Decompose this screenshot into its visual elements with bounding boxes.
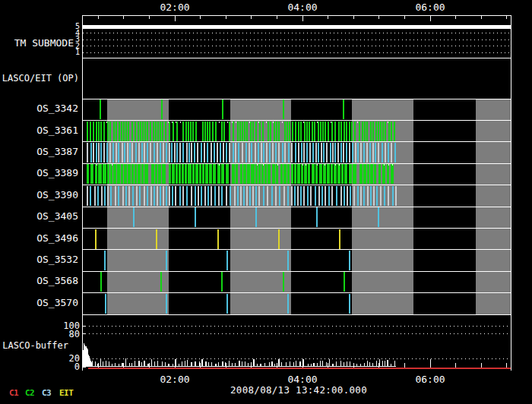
x-minor-tick [481,363,482,368]
os-event-tick [283,272,284,292]
os-event-tick [244,122,245,141]
os-event-tick [103,122,105,141]
os-event-tick [127,143,128,163]
os-event-tick [166,294,167,314]
os-event-tick [237,122,239,141]
os-event-tick [359,164,363,184]
os-event-tick [113,122,115,141]
os-event-tick [263,143,264,163]
buffer-spike [296,361,296,367]
os-event-tick [344,122,345,141]
os-event-tick [188,143,190,163]
os-event-tick [153,122,154,141]
buffer-spike [278,359,279,367]
os-event-tick [150,122,151,141]
os-event-tick [394,122,395,141]
buffer-spike [147,364,148,367]
x-minor-tick [455,15,456,19]
x-axis-label-bottom: 02:00 [158,374,192,385]
os-event-tick [173,122,174,141]
os-event-tick [251,164,255,184]
os-event-tick [169,143,170,163]
os-event-tick [98,122,100,141]
os-event-tick [323,143,325,163]
os-event-tick [307,186,309,206]
os-event-tick [367,164,369,184]
x-minor-tick [200,15,201,19]
x-major-tick [175,15,176,21]
os-event-tick [233,122,234,141]
os-event-tick [214,143,215,163]
buffer-spike [232,363,233,367]
os-event-tick [346,143,347,163]
buffer-sample [83,350,84,367]
os-event-tick [385,122,386,141]
buffer-spike [340,361,341,367]
os-event-tick [160,122,161,141]
buffer-spike [253,359,254,367]
x-minor-tick [277,15,277,19]
os-event-tick [266,143,268,163]
os-event-tick [300,122,302,141]
os-event-tick [198,186,199,206]
os-event-tick [191,143,192,163]
os-event-tick [160,272,162,292]
buffer-spike [303,359,304,367]
tick-top-dot [249,122,250,123]
os-event-tick [240,186,242,206]
os-event-tick [295,143,296,163]
buffer-spike [274,364,275,367]
row-separator [82,271,511,272]
os-event-tick [97,186,99,206]
buffer-axis-tick [82,326,86,327]
os-event-tick [217,164,220,184]
buffer-spike [135,361,135,367]
buffer-spike [218,362,219,367]
os-event-tick [301,164,303,184]
tick-top-dot [97,164,97,166]
tick-top-dot [106,122,107,123]
os-event-tick [374,164,376,184]
buffer-sample [84,343,84,367]
os-event-tick [373,186,375,206]
os-event-tick [255,186,257,206]
os-event-tick [318,143,319,163]
os-event-tick [360,186,362,206]
os-event-tick [282,143,283,163]
os-event-tick [98,143,100,163]
os-event-tick [202,122,204,141]
os-event-tick [344,164,347,184]
os-event-tick [211,186,212,206]
x-axis-label-top: 04:00 [286,2,319,13]
row-label-os_3387: OS_3387 [0,147,78,157]
os-event-tick [191,186,192,206]
buffer-sample [87,349,88,367]
os-event-tick [201,143,202,163]
os-event-tick [349,294,350,314]
buffer-spike [95,361,96,367]
legend-item-c2: C2 [25,388,34,399]
os-event-tick [388,122,390,141]
buffer-axis-tick [82,333,86,334]
os-event-tick [259,122,261,141]
x-minor-tick [455,363,456,368]
os-event-tick [103,143,105,163]
os-event-tick [90,143,92,163]
os-event-tick [382,122,384,141]
buffer-spike [205,361,206,367]
buffer-sample [86,346,87,367]
os-event-tick [258,164,261,184]
os-event-tick [135,164,137,184]
os-event-tick [352,143,353,163]
tick-top-dot [277,164,278,166]
os-event-tick [384,186,385,206]
os-event-tick [121,122,122,141]
os-event-tick [303,186,305,206]
os-event-tick [226,186,227,206]
x-minor-tick [123,363,124,368]
tick-top-dot [384,164,385,166]
os-event-tick [112,143,114,163]
x-minor-tick [353,15,354,19]
buffer-sample [84,345,85,367]
os-event-tick [119,122,120,141]
